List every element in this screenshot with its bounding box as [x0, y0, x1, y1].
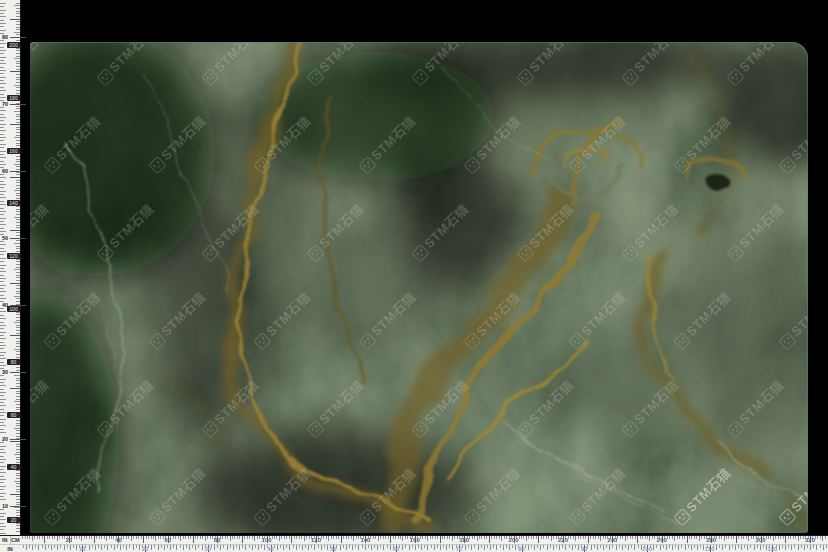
tick-in: [202, 545, 203, 550]
tick-in-vertical: [0, 298, 6, 299]
ruler-number-in-vertical: 70: [0, 101, 10, 107]
tick-in: [550, 545, 551, 548]
tick-cm-vertical: [16, 343, 20, 344]
tick-in: [487, 545, 488, 548]
tick-in: [823, 545, 824, 550]
tick-cm: [183, 536, 184, 539]
tick-cm-vertical: [16, 13, 20, 14]
tick-in: [92, 545, 93, 548]
tick-in-vertical: [0, 77, 6, 78]
tick-in-vertical: [0, 26, 4, 27]
tick-in: [286, 545, 287, 548]
tick-in: [245, 545, 246, 550]
ruler-number-cm: 60: [164, 536, 171, 544]
tick-cm: [193, 536, 194, 543]
tick-in-vertical: [0, 231, 6, 232]
tick-in: [741, 545, 742, 550]
tick-in: [656, 545, 657, 548]
tick-in: [76, 545, 77, 550]
tick-in: [694, 545, 695, 548]
tick-in: [136, 545, 137, 548]
tick-in: [101, 545, 102, 550]
tick-cm-vertical: [14, 164, 20, 165]
tick-cm: [286, 536, 287, 539]
tick-cm-vertical: [16, 261, 20, 262]
tick-in: [67, 545, 68, 548]
tick-cm-vertical: [16, 291, 20, 292]
ruler-badge-cm: 40: [7, 464, 20, 470]
tick-in: [431, 545, 432, 548]
tick-cm-vertical: [16, 333, 20, 334]
tick-cm: [143, 536, 144, 543]
tick-cm: [600, 536, 601, 541]
tick-cm: [432, 536, 433, 539]
tick-in-vertical: [0, 425, 6, 426]
tick-cm-vertical: [16, 399, 20, 400]
tick-cm-vertical: [14, 58, 20, 59]
tick-cm-vertical: [14, 322, 20, 323]
tick-cm: [753, 536, 754, 539]
tick-cm-vertical: [10, 388, 20, 389]
tick-cm: [733, 536, 734, 539]
tick-in-vertical: [0, 10, 6, 11]
tick-cm: [29, 536, 30, 539]
tick-in: [569, 545, 570, 548]
tick-cm: [373, 536, 374, 539]
tick-in-vertical: [0, 362, 4, 363]
tick-cm-vertical: [16, 409, 20, 410]
tick-in-vertical: [0, 187, 4, 188]
ruler-number-cm: 280: [706, 536, 716, 544]
tick-cm: [44, 536, 45, 543]
tick-cm: [321, 536, 322, 539]
tick-cm: [81, 536, 82, 541]
tick-in-vertical: [0, 177, 6, 178]
tick-cm-vertical: [16, 330, 20, 331]
tick-in-vertical: [0, 442, 4, 443]
tick-cm: [691, 536, 692, 539]
tick-in-vertical: [0, 412, 6, 413]
tick-in: [98, 545, 99, 548]
tick-cm: [402, 536, 403, 541]
tick-cm: [667, 536, 668, 539]
tick-in: [111, 545, 112, 548]
tick-in-vertical: [0, 53, 4, 54]
tick-in: [788, 545, 789, 548]
tick-in-vertical: [0, 224, 6, 225]
tick-in-vertical: [0, 241, 4, 242]
tick-cm-vertical: [16, 240, 20, 241]
tick-cm: [501, 536, 502, 541]
tick-cm: [479, 536, 480, 539]
tick-in-vertical: [0, 459, 6, 460]
tick-cm: [798, 536, 799, 541]
tick-in: [675, 545, 676, 548]
tick-cm-vertical: [10, 494, 20, 495]
tick-in-vertical: [0, 332, 6, 333]
tick-in: [757, 545, 758, 548]
tick-cm: [694, 536, 695, 539]
tick-cm: [773, 536, 774, 541]
tick-in: [754, 545, 755, 550]
tick-cm: [590, 536, 591, 539]
tick-cm: [276, 536, 277, 539]
tick-cm: [620, 536, 621, 539]
tick-in-vertical: [0, 278, 6, 279]
tick-cm: [398, 536, 399, 539]
tick-cm: [746, 536, 747, 539]
tick-in-vertical: [0, 285, 6, 286]
tick-cm-vertical: [16, 251, 20, 252]
tick-cm-vertical: [16, 404, 20, 405]
tick-cm: [205, 536, 206, 541]
slab-scan-viewport: STM石猫STM石猫STM石猫STM石猫STM石猫STM石猫STM石猫STM石猫…: [0, 0, 828, 552]
tick-in: [452, 545, 453, 550]
tick-in: [26, 545, 27, 550]
ruler-number-in: 100: [642, 545, 652, 552]
tick-in: [653, 545, 654, 550]
tick-in-vertical: [0, 124, 6, 125]
tick-cm: [645, 536, 646, 539]
tick-in: [170, 545, 171, 550]
tick-cm: [39, 536, 40, 539]
tick-in-vertical: [0, 322, 4, 323]
tick-cm-vertical: [16, 446, 20, 447]
tick-in: [807, 545, 808, 548]
tick-cm: [375, 536, 376, 539]
